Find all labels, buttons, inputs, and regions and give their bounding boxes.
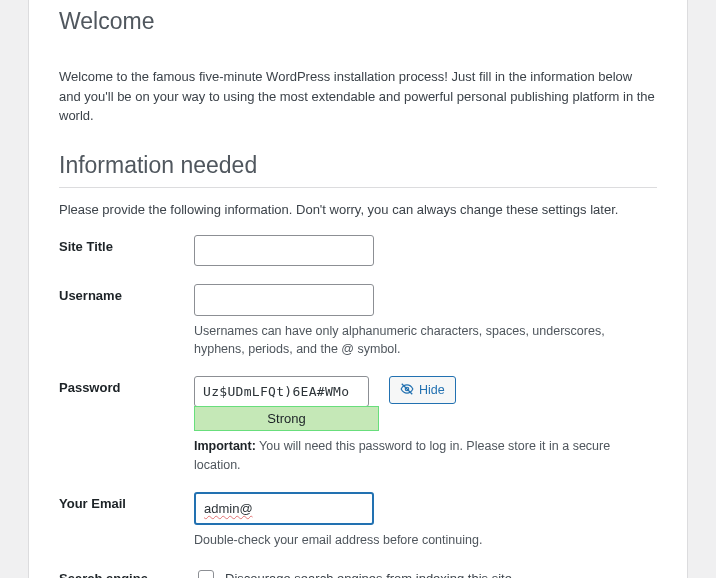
install-page: Welcome Welcome to the famous five-minut… <box>28 0 688 578</box>
hide-password-button[interactable]: Hide <box>389 376 456 404</box>
eye-hide-icon <box>400 382 414 399</box>
label-site-title: Site Title <box>59 235 194 254</box>
label-visibility: Search engine visibility <box>59 567 194 578</box>
welcome-intro: Welcome to the famous five-minute WordPr… <box>59 67 657 126</box>
label-email: Your Email <box>59 492 194 511</box>
label-password: Password <box>59 376 194 395</box>
row-password: Password Strong Hide Important: You will… <box>59 376 657 474</box>
email-input[interactable] <box>194 492 374 525</box>
info-intro: Please provide the following information… <box>59 200 657 220</box>
row-visibility: Search engine visibility Discourage sear… <box>59 567 657 578</box>
email-hint: Double-check your email address before c… <box>194 531 657 549</box>
password-strength: Strong <box>194 406 379 431</box>
username-input[interactable] <box>194 284 374 315</box>
username-hint: Usernames can have only alphanumeric cha… <box>194 322 657 358</box>
site-title-input[interactable] <box>194 235 374 266</box>
label-username: Username <box>59 284 194 303</box>
password-hint: Important: You will need this password t… <box>194 437 657 473</box>
visibility-checkbox-label: Discourage search engines from indexing … <box>225 571 512 578</box>
welcome-heading: Welcome <box>59 0 657 55</box>
password-input[interactable] <box>194 376 369 407</box>
row-email: Your Email Double-check your email addre… <box>59 492 657 550</box>
hide-button-label: Hide <box>419 383 445 397</box>
row-site-title: Site Title <box>59 235 657 266</box>
info-heading: Information needed <box>59 142 657 188</box>
row-username: Username Usernames can have only alphanu… <box>59 284 657 358</box>
visibility-checkbox[interactable] <box>198 570 214 578</box>
